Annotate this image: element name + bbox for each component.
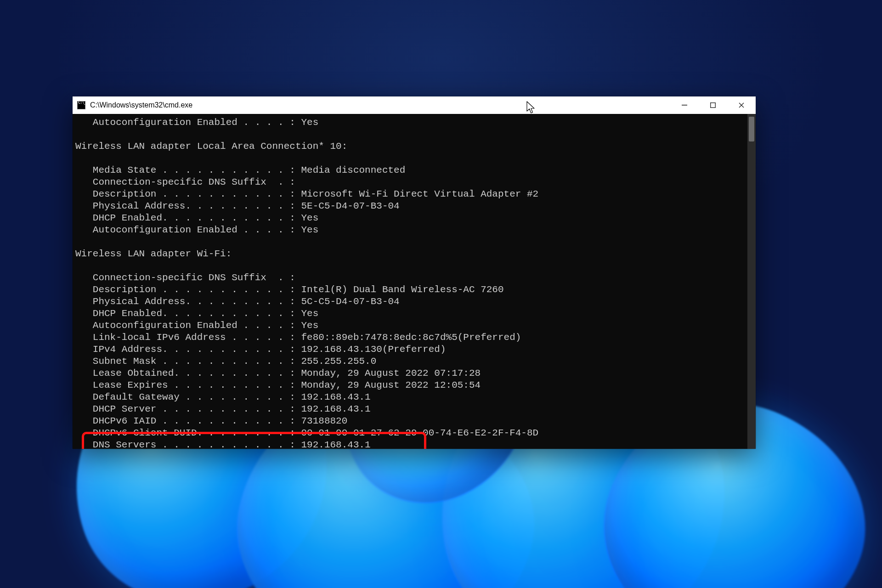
cmd-app-icon: [77, 101, 85, 109]
terminal-line: Lease Expires . . . . . . . . . . : Mond…: [75, 379, 747, 391]
terminal-line: Media State . . . . . . . . . . . : Medi…: [75, 164, 747, 176]
terminal-line: Wireless LAN adapter Wi-Fi:: [75, 248, 747, 260]
minimize-icon: [682, 102, 687, 108]
terminal-line: Default Gateway . . . . . . . . . : 192.…: [75, 391, 747, 403]
maximize-icon: [710, 102, 716, 108]
terminal-line: Autoconfiguration Enabled . . . . : Yes: [75, 224, 747, 236]
terminal-line: DHCP Enabled. . . . . . . . . . . : Yes: [75, 308, 747, 320]
terminal-line: IPv4 Address. . . . . . . . . . . : 192.…: [75, 344, 747, 356]
minimize-button[interactable]: [670, 96, 699, 114]
terminal-scrollbar[interactable]: [747, 114, 756, 449]
terminal-line: [75, 129, 747, 141]
svg-rect-0: [682, 105, 687, 106]
titlebar[interactable]: C:\Windows\system32\cmd.exe: [73, 96, 756, 114]
svg-rect-1: [711, 103, 716, 108]
terminal-line: Autoconfiguration Enabled . . . . : Yes: [75, 320, 747, 332]
terminal-client-area[interactable]: Autoconfiguration Enabled . . . . : Yes …: [73, 114, 756, 449]
terminal-line: Wireless LAN adapter Local Area Connecti…: [75, 141, 747, 153]
terminal-line: [75, 260, 747, 272]
cmd-window: C:\Windows\system32\cmd.exe Autoconfigur…: [73, 96, 756, 449]
close-icon: [739, 102, 744, 108]
terminal-line: DHCPv6 Client DUID. . . . . . . . : 00-0…: [75, 427, 747, 439]
terminal-output[interactable]: Autoconfiguration Enabled . . . . : Yes …: [73, 114, 747, 449]
terminal-line: DNS Servers . . . . . . . . . . . : 192.…: [75, 439, 747, 449]
terminal-line: DHCPv6 IAID . . . . . . . . . . . : 7318…: [75, 415, 747, 427]
terminal-line: Connection-specific DNS Suffix . :: [75, 176, 747, 188]
terminal-line: [75, 153, 747, 164]
terminal-line: Link-local IPv6 Address . . . . . : fe80…: [75, 332, 747, 344]
close-button[interactable]: [727, 96, 756, 114]
terminal-line: Description . . . . . . . . . . . : Inte…: [75, 284, 747, 296]
terminal-line: Physical Address. . . . . . . . . : 5E-C…: [75, 200, 747, 212]
maximize-button[interactable]: [699, 96, 727, 114]
window-title: C:\Windows\system32\cmd.exe: [90, 101, 192, 109]
terminal-line: DHCP Enabled. . . . . . . . . . . : Yes: [75, 212, 747, 224]
terminal-line: Subnet Mask . . . . . . . . . . . : 255.…: [75, 356, 747, 368]
terminal-line: Description . . . . . . . . . . . : Micr…: [75, 188, 747, 200]
scrollbar-thumb[interactable]: [749, 117, 754, 141]
terminal-line: Autoconfiguration Enabled . . . . : Yes: [75, 117, 747, 129]
terminal-line: Connection-specific DNS Suffix . :: [75, 272, 747, 284]
terminal-line: Physical Address. . . . . . . . . : 5C-C…: [75, 296, 747, 308]
terminal-line: [75, 236, 747, 248]
terminal-line: DHCP Server . . . . . . . . . . . : 192.…: [75, 403, 747, 415]
terminal-line: Lease Obtained. . . . . . . . . . : Mond…: [75, 368, 747, 379]
